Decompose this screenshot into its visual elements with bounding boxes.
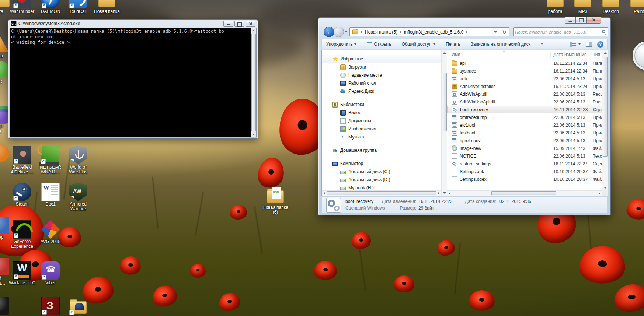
scroll-right-icon[interactable] [599,192,600,195]
file-row[interactable]: boot_recovery16.11.2014 22:23Сцен [447,106,602,113]
file-row[interactable]: api16.11.2014 22:34Папк [447,59,602,67]
refresh-icon[interactable]: ↻ [501,29,508,35]
file-row[interactable]: AdbDriverInstaller15.11.2014 23:24Прил [447,82,602,90]
desktop-icon[interactable]: GeForce Experience [8,220,36,249]
column-header[interactable]: Имя [452,52,460,57]
desktop-icon[interactable]: Новая папка [93,0,121,14]
minimize-button[interactable] [565,17,576,24]
console-scrollbar[interactable] [251,28,256,137]
sidebar-item[interactable]: Загрузки [322,63,441,71]
desktop-icon[interactable]: WarThunder [8,0,36,14]
search-input[interactable] [515,28,600,36]
scroll-down-icon[interactable] [604,187,607,189]
desktop-icon[interactable]: Armored Warfare [65,183,92,211]
sidebar-item[interactable]: Видео [322,109,441,117]
scrollbar-thumb[interactable] [327,191,436,195]
cmd-window[interactable]: C:\Windows\system32\cmd.exe C:\Users\Сер… [8,19,258,139]
column-separator[interactable] [591,52,591,58]
scrollbar-thumb[interactable] [491,191,556,195]
scroll-up-icon[interactable] [252,30,255,31]
toolbar-button[interactable]: Упорядочить [326,41,357,48]
cmd-console[interactable]: C:\Users\Сергей\Desktop\Новая папка (5)\… [10,28,257,137]
views-dropdown-icon[interactable] [578,43,581,45]
file-list-scrollbar[interactable] [602,50,608,190]
file-row[interactable]: fastboot22.06.2014 5:13Прил [447,129,602,137]
breadcrumb-item[interactable]: mflogin3t_enable_adb_5.1.6.0 [403,29,464,35]
toolbar-button[interactable]: » [540,41,544,48]
scroll-right-icon[interactable] [438,192,439,195]
scroll-left-icon[interactable] [324,192,325,195]
sidebar-item[interactable]: Избранное [322,55,441,63]
close-button[interactable] [246,21,255,27]
sidebar-item[interactable]: Недавние места [322,71,441,79]
file-row[interactable]: Settings.odex10.10.2014 20:37Файл [447,175,602,183]
close-button[interactable] [587,17,601,24]
desktop-icon[interactable]: Battlefield 4.Deluxe … [8,146,36,175]
desktop-icon-partial[interactable] [0,297,10,315]
address-dropdown-icon[interactable] [494,31,497,33]
search-box[interactable] [513,27,608,36]
sidebar-item[interactable]: Библиотеки [322,101,441,109]
maximize-button[interactable] [576,17,587,24]
desktop-icon-partial[interactable]: й Ма… [0,258,10,286]
desktop-icon[interactable] [37,297,64,316]
sidebar-item[interactable]: Яндекс.Диск [322,87,441,95]
toolbar-button[interactable]: Печать [445,41,461,48]
desktop-icon[interactable]: Warface ПТС [8,261,36,285]
scrollbar-thumb[interactable] [603,57,608,157]
address-bar[interactable]: Новая папка (5)mflogin3t_enable_adb_5.1.… [349,27,509,36]
toolbar-button[interactable]: Открыть [366,41,392,48]
desktop-icon[interactable]: AVG 2015 [37,220,64,244]
file-row[interactable]: adb22.06.2014 5:13Прил [447,75,602,82]
minimize-button[interactable] [223,21,233,27]
file-row[interactable]: Settings.apk10.10.2014 20:37Файл [447,168,602,175]
desktop-icon[interactable]: работа [542,0,569,14]
sidebar-item[interactable]: Компьютер [322,159,441,168]
scrollbar-thumb[interactable] [251,34,256,131]
desktop-icon[interactable]: MP3 [569,0,596,14]
column-header[interactable]: Тип [593,52,600,57]
scrollbar-thumb[interactable] [442,73,447,131]
cmd-titlebar[interactable]: C:\Windows\system32\cmd.exe [8,20,258,28]
sidebar-item[interactable]: Рабочий стол [322,79,441,87]
scroll-up-icon[interactable] [443,52,446,54]
help-icon[interactable]: ? [597,41,603,48]
desktop-icon[interactable]: Desktop [597,0,624,14]
sidebar-item[interactable]: Документы [322,117,441,125]
file-row[interactable]: AdbWinUsbApi.dll22.06.2014 5:13Расш [447,98,602,106]
sidebar-item[interactable]: Локальный диск (C:) [322,168,441,176]
file-row[interactable]: hprof-conv22.06.2014 5:13Прил [447,137,602,144]
file-row[interactable]: dmtracedump22.06.2014 5:13Прил [447,113,602,121]
column-separator[interactable] [550,52,551,58]
navigation-hscrollbar[interactable] [322,190,441,196]
desktop-icon-partial[interactable]: тер [0,217,10,240]
desktop-icon[interactable]: Viber [37,261,64,285]
sidebar-item[interactable]: Домашняя группа [322,146,441,154]
desktop-icon[interactable]: RaidCall [65,0,92,14]
forward-button[interactable] [333,27,344,37]
file-row[interactable]: image-new15.09.2014 1:43Файл [447,144,602,152]
sidebar-item[interactable]: Локальный диск (D:) [322,176,441,184]
scroll-down-icon[interactable] [443,192,446,194]
desktop-icon[interactable]: World of Warships [65,146,92,175]
desktop-icon[interactable]: NETGEAR WNA11… [37,146,64,175]
file-row[interactable]: AdbWinApi.dll22.06.2014 5:13Расш [447,90,602,98]
desktop-icon[interactable]: Новая папка (6) [262,186,289,215]
file-row[interactable]: restore_settings16.11.2014 22:27Сцен [447,160,602,168]
sidebar-item[interactable]: Музыка [322,133,441,141]
desktop-icon[interactable]: DAEMON [37,0,64,14]
desktop-icon[interactable]: Doc1 [37,183,64,207]
file-row[interactable]: systrace16.11.2014 22:34Папк [447,67,602,75]
toolbar-button[interactable]: Записать на оптический диск [470,41,532,48]
toolbar-button[interactable]: Общий доступ [401,41,436,48]
scroll-left-icon[interactable] [449,192,450,195]
views-icon[interactable] [570,42,576,47]
maximize-button[interactable] [234,21,244,27]
desktop-icon[interactable]: Steam [8,183,36,207]
scroll-down-icon[interactable] [252,134,255,135]
file-row[interactable]: NOTICE22.06.2014 5:13Текст [447,152,602,160]
file-row[interactable]: etc1tool22.06.2014 5:13Прил [447,121,602,129]
navigation-scrollbar[interactable] [441,50,447,196]
desktop-icon-partial[interactable] [0,144,10,163]
scroll-up-icon[interactable] [604,52,607,54]
